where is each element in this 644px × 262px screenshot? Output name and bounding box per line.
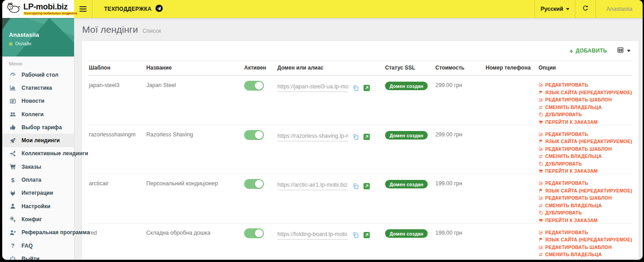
option-link[interactable]: РЕДАКТИРОВАТЬ [539, 82, 630, 87]
option-link[interactable]: ДУБЛИРОВАТЬ [539, 259, 630, 260]
refresh-button[interactable] [575, 0, 596, 18]
price-cell: 299.00 грн [434, 125, 485, 174]
sidebar-item[interactable]: Заказы [2, 160, 74, 173]
option-link[interactable]: СМЕНИТЬ ВЛАДЕЛЬЦА [539, 153, 630, 159]
active-toggle[interactable] [244, 81, 264, 91]
sidebar-item[interactable]: Коллеги [2, 108, 74, 121]
sidebar-item[interactable]: Коллективные лендинги [2, 147, 74, 160]
option-link-label: ДУБЛИРОВАТЬ [545, 112, 582, 117]
sidebar-item-label: Статистика [22, 85, 52, 91]
add-button[interactable]: + ДОБАВИТЬ [570, 48, 607, 54]
table-body: japan-steel3 Japan Steel Домен создан 29… [88, 76, 632, 260]
copy-icon[interactable] [353, 134, 359, 140]
share-icon [9, 150, 17, 157]
option-link[interactable]: РЕДАКТИРОВАТЬ ШАБЛОН [539, 245, 630, 250]
option-link[interactable]: ДУБЛИРОВАТЬ [539, 161, 630, 166]
refresh-icon [582, 5, 589, 13]
domain-cell [276, 125, 384, 174]
col-name: Название [145, 61, 243, 76]
option-link[interactable]: ЯЗЫК САЙТА (НЕРЕДАКТИРУЕМОЕ) [539, 90, 630, 95]
option-link[interactable]: РЕДАКТИРОВАТЬ ШАБЛОН [539, 97, 630, 102]
sidebar-item[interactable]: Новости [2, 95, 74, 108]
support-link[interactable]: ТЕХПОДДЕРЖКА [92, 0, 168, 18]
active-toggle[interactable] [244, 228, 264, 238]
online-status-label: Онлайн [15, 41, 31, 46]
copy-icon[interactable] [353, 85, 359, 91]
active-toggle[interactable] [244, 130, 264, 140]
sidebar-item[interactable]: Выйти [2, 252, 74, 260]
option-link-label: ЯЗЫК САЙТА (НЕРЕДАКТИРУЕМОЕ) [545, 139, 632, 144]
sidebar-item[interactable]: $ Оплата [2, 173, 74, 186]
option-link[interactable]: СМЕНИТЬ ВЛАДЕЛЬЦА [539, 203, 630, 208]
chart-icon [9, 84, 17, 91]
copy-icon[interactable] [353, 232, 359, 238]
chevron-down-icon [627, 50, 631, 52]
sidebar-toggle-button[interactable] [74, 0, 92, 18]
option-link[interactable]: СМЕНИТЬ ВЛАДЕЛЬЦА [539, 105, 630, 110]
option-link[interactable]: РЕДАКТИРОВАТЬ ШАБЛОН [539, 195, 630, 201]
edit-icon [539, 97, 543, 102]
open-external-icon[interactable] [364, 85, 370, 91]
sidebar-item[interactable]: Конфиг [2, 213, 74, 226]
domain-input[interactable] [277, 231, 348, 240]
plug-icon [9, 190, 17, 196]
domain-input[interactable] [277, 182, 348, 190]
template-cell: japan-steel3 [88, 76, 145, 125]
sidebar-item-label: Настройки [22, 203, 50, 210]
user-menu[interactable]: Anastasiia [596, 0, 643, 18]
sidebar-item[interactable]: Выбор тарифа [2, 121, 74, 134]
open-external-icon[interactable] [364, 183, 370, 189]
domain-input[interactable] [277, 83, 348, 92]
exchange-icon [539, 252, 543, 257]
logo[interactable]: LP-mobi.biz Конструктор мобильных лендин… [2, 0, 74, 18]
sidebar-item[interactable]: Настройки [2, 200, 74, 213]
open-external-icon[interactable] [364, 232, 370, 238]
sidebar-item[interactable]: ? FAQ [2, 239, 74, 252]
option-link[interactable]: ПЕРЕЙТИ К ЗАКАЗАМ [539, 218, 630, 223]
user-plus-icon [9, 229, 17, 236]
option-link[interactable]: РЕДАКТИРОВАТЬ [539, 180, 630, 186]
sidebar-item-label: Реферальная программа [22, 229, 90, 236]
col-options: Опции [538, 61, 632, 76]
col-phone: Номер телефона [485, 61, 538, 76]
option-link-label: СМЕНИТЬ ВЛАДЕЛЬЦА [545, 252, 602, 257]
news-icon [9, 98, 17, 105]
open-external-icon[interactable] [364, 134, 370, 140]
col-template: Шаблон [88, 61, 145, 76]
option-link[interactable]: ДУБЛИРОВАТЬ [539, 210, 630, 215]
exchange-icon [539, 203, 543, 208]
flag-icon [539, 188, 543, 193]
option-link[interactable]: ЯЗЫК САЙТА (НЕРЕДАКТИРУЕМОЕ) [539, 188, 630, 193]
duplicate-icon [539, 112, 543, 117]
sidebar-item[interactable]: Интеграции [2, 187, 74, 200]
copy-icon[interactable] [353, 183, 359, 189]
sidebar-item[interactable]: Статистика [2, 81, 74, 94]
option-link[interactable]: ЯЗЫК САЙТА (НЕРЕДАКТИРУЕМОЕ) [539, 237, 630, 242]
option-link[interactable]: РЕДАКТИРОВАТЬ ШАБЛОН [539, 146, 630, 152]
option-link-label: СМЕНИТЬ ВЛАДЕЛЬЦА [545, 153, 602, 159]
option-link[interactable]: ПЕРЕЙТИ К ЗАКАЗАМ [539, 168, 630, 174]
sidebar-item[interactable]: Мои лендинги [2, 134, 74, 147]
support-label: ТЕХПОДДЕРЖКА [104, 6, 152, 12]
view-mode-button[interactable] [617, 47, 631, 55]
sidebar-item[interactable]: Рабочий стол [2, 68, 74, 81]
duplicate-icon [539, 162, 543, 166]
option-link[interactable]: РЕДАКТИРОВАТЬ [539, 131, 630, 137]
option-link[interactable]: РЕДАКТИРОВАТЬ [539, 230, 630, 235]
active-toggle[interactable] [244, 179, 264, 189]
phone-cell [485, 223, 538, 260]
sidebar-item[interactable]: Реферальная программа [2, 226, 74, 239]
option-link-label: ПЕРЕЙТИ К ЗАКАЗАМ [545, 119, 598, 125]
option-link[interactable]: ДУБЛИРОВАТЬ [539, 112, 630, 117]
language-selector[interactable]: Русский [534, 0, 575, 18]
option-link[interactable]: ЯЗЫК САЙТА (НЕРЕДАКТИРУЕМОЕ) [539, 139, 630, 144]
option-link[interactable]: ПЕРЕЙТИ К ЗАКАЗАМ [539, 119, 630, 125]
options-cell: РЕДАКТИРОВАТЬ ЯЗЫК САЙТА (НЕРЕДАКТИРУЕМО… [538, 223, 632, 260]
active-cell [243, 223, 276, 260]
page-subtitle: Список [143, 28, 162, 34]
option-link-label: РЕДАКТИРОВАТЬ ШАБЛОН [545, 245, 612, 250]
edit-icon [539, 196, 543, 200]
user-icon [9, 203, 17, 210]
option-link[interactable]: СМЕНИТЬ ВЛАДЕЛЬЦА [539, 252, 630, 257]
domain-input[interactable] [277, 133, 348, 141]
